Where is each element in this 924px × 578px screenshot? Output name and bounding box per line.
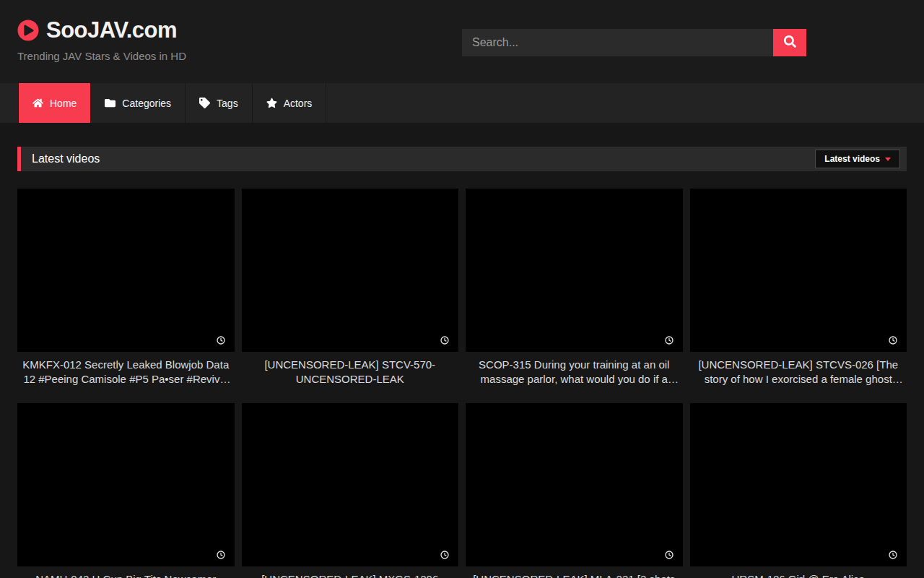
video-thumbnail[interactable] <box>242 189 459 352</box>
video-thumbnail[interactable] <box>17 189 235 352</box>
clock-icon <box>217 336 225 345</box>
site-logo[interactable]: SooJAV.com <box>17 17 177 43</box>
video-card: URSM-186 Girl @ Era Alice <box>690 403 907 578</box>
video-thumbnail[interactable] <box>690 403 907 566</box>
play-circle-icon <box>17 20 39 41</box>
clock-icon <box>889 336 897 345</box>
video-card: KMKFX-012 Secretly Leaked Blowjob Data 1… <box>17 189 235 387</box>
video-thumbnail[interactable] <box>242 403 459 566</box>
video-title[interactable]: [UNCENSORED-LEAK] MXGS-1296 Absolutely <box>242 572 459 578</box>
tag-icon <box>199 98 210 108</box>
video-title[interactable]: KMKFX-012 Secretly Leaked Blowjob Data 1… <box>17 358 235 387</box>
nav-item-categories[interactable]: Categories <box>91 83 186 123</box>
clock-icon <box>665 551 674 559</box>
video-card: [UNCENSORED-LEAK] MXGS-1296 Absolutely <box>242 403 459 578</box>
video-thumbnail[interactable] <box>466 189 683 352</box>
caret-down-icon <box>885 158 891 161</box>
video-card: NAMH-042 H Cup Big Tits Newcomer (170cm … <box>17 403 235 578</box>
video-title[interactable]: URSM-186 Girl @ Era Alice <box>690 572 907 578</box>
video-grid: KMKFX-012 Secretly Leaked Blowjob Data 1… <box>17 189 907 578</box>
video-title[interactable]: [UNCENSORED-LEAK] STCV-570-UNCENSORED-LE… <box>242 358 459 387</box>
video-title[interactable]: [UNCENSORED-LEAK] STCVS-026 [The story o… <box>690 358 907 387</box>
home-icon <box>32 98 43 108</box>
main-content: Latest videos Latest videos KMKFX-012 Se… <box>0 123 924 578</box>
nav-item-tags[interactable]: Tags <box>186 83 253 123</box>
clock-icon <box>440 336 449 345</box>
video-card: [UNCENSORED-LEAK] MLA-231 [3 shots in <box>466 403 683 578</box>
video-card: [UNCENSORED-LEAK] STCVS-026 [The story o… <box>690 189 907 387</box>
sort-dropdown-button[interactable]: Latest videos <box>815 150 900 168</box>
search-input[interactable] <box>462 29 773 56</box>
nav-item-home[interactable]: Home <box>18 83 91 123</box>
video-card: SCOP-315 During your training at an oil … <box>466 189 683 387</box>
video-title[interactable]: NAMH-042 H Cup Big Tits Newcomer (170cm … <box>17 572 235 578</box>
sort-dropdown-label: Latest videos <box>824 154 880 164</box>
video-thumbnail[interactable] <box>690 189 907 352</box>
page: SooJAV.com Trending JAV Stars & Videos i… <box>0 0 924 578</box>
clock-icon <box>217 551 225 559</box>
section-header: Latest videos Latest videos <box>17 147 907 171</box>
video-card: [UNCENSORED-LEAK] STCV-570-UNCENSORED-LE… <box>242 189 459 387</box>
nav-list: Home Categories Tags Actors <box>0 83 924 123</box>
folder-icon <box>105 98 116 108</box>
clock-icon <box>440 551 449 559</box>
search-icon <box>784 35 796 50</box>
video-title[interactable]: SCOP-315 During your training at an oil … <box>466 358 683 387</box>
clock-icon <box>889 551 897 559</box>
video-thumbnail[interactable] <box>17 403 235 566</box>
search-bar <box>462 29 806 56</box>
clock-icon <box>665 336 674 345</box>
site-header: SooJAV.com Trending JAV Stars & Videos i… <box>0 0 924 83</box>
video-thumbnail[interactable] <box>466 403 683 566</box>
search-button[interactable] <box>773 29 806 56</box>
section-title: Latest videos <box>32 152 100 165</box>
star-icon <box>266 98 277 108</box>
main-nav: Home Categories Tags Actors <box>0 83 924 123</box>
nav-item-actors[interactable]: Actors <box>253 83 327 123</box>
video-title[interactable]: [UNCENSORED-LEAK] MLA-231 [3 shots in <box>466 572 683 578</box>
site-title: SooJAV.com <box>46 17 177 43</box>
